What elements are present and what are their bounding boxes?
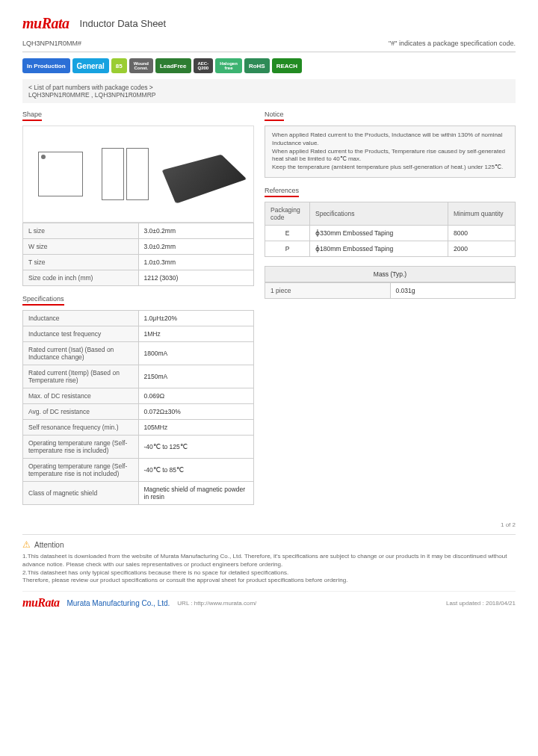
badge-row: In Production General 85 Wound Const. Le… (22, 58, 516, 73)
refs-pane: References Packaging code Specifications… (265, 187, 516, 257)
table-row: 1 piece 0.031g (265, 282, 516, 298)
mass-title: Mass (Typ.) (265, 266, 516, 282)
table-header-row: Packaging code Specifications Minimum qu… (265, 202, 516, 225)
page-number: 1 of 2 (22, 521, 516, 528)
table-row: Size code in inch (mm)1212 (3030) (23, 270, 254, 286)
company-url: URL : http://www.murata.com/ (177, 600, 256, 607)
badge-leadfree: LeadFree (155, 58, 191, 73)
specs-pane: Specifications Inductance1.0μH±20% Induc… (22, 295, 254, 505)
table-row: Rated current (Isat) (Based on Inductanc… (23, 342, 254, 365)
mass-pane: Mass (Typ.) 1 piece 0.031g (265, 266, 516, 299)
badge-rohs: RoHS (244, 58, 270, 73)
specs-table: Inductance1.0μH±20% Inductance test freq… (22, 310, 254, 505)
badge-general: General (72, 58, 109, 73)
part-list-box: < List of part numbers with package code… (22, 79, 516, 103)
shape-diagram (22, 126, 254, 223)
badge-production: In Production (22, 58, 70, 73)
table-row: W size3.0±0.2mm (23, 239, 254, 255)
package-note: "#" indicates a package specification co… (389, 40, 516, 47)
attention-body: 1.This datasheet is downloaded from the … (22, 553, 516, 585)
section-title-notice: Notice (265, 111, 284, 121)
company-name: Murata Manufacturing Co., Ltd. (67, 599, 170, 607)
attention-title: Attention (34, 541, 64, 549)
part-row: LQH3NPN1R0MM# "#" indicates a package sp… (22, 40, 516, 47)
notice-line: Keep the temperature (ambient temperatur… (272, 164, 508, 172)
attention-head: ⚠ Attention (22, 539, 516, 550)
table-row: P ϕ180mm Embossed Taping 2000 (265, 241, 516, 256)
badge-temp85: 85 (111, 58, 127, 73)
part-list-body: LQH3NPN1R0MMRE , LQH3NPN1R0MMRP (28, 91, 510, 99)
refs-table: Packaging code Specifications Minimum qu… (265, 202, 516, 257)
section-title-refs: References (265, 187, 299, 197)
attention-line: Therefore, please review our product spe… (22, 577, 516, 585)
attention-line: 1.This datasheet is downloaded from the … (22, 553, 516, 569)
logo: muRata (22, 15, 69, 32)
badge-reach: REACH (272, 58, 302, 73)
badge-aecq200: AEC- Q200 (194, 58, 214, 73)
notice-pane: Notice When applied Rated current to the… (265, 111, 516, 178)
footer-divider (22, 534, 516, 535)
footer-logo: muRata (22, 596, 59, 610)
warning-icon: ⚠ (22, 539, 31, 550)
top-diagram (38, 152, 83, 196)
table-row: Inductance test frequency1MHz (23, 326, 254, 342)
table-row: Max. of DC resistance0.069Ω (23, 388, 254, 404)
part-list-head: < List of part numbers with package code… (28, 84, 510, 91)
table-row: Inductance1.0μH±20% (23, 311, 254, 326)
bottom-diagram (102, 148, 149, 200)
mass-table: 1 piece 0.031g (265, 282, 516, 299)
doc-title: Inductor Data Sheet (80, 18, 167, 29)
badge-wound: Wound Const. (129, 58, 153, 73)
table-row: T size1.0±0.3mm (23, 255, 254, 270)
notice-line: When applied Rated current to the Produc… (272, 131, 508, 148)
shape-pane: Shape L size3.0±0.2mm W size3.0±0.2mm T … (22, 111, 254, 286)
table-row: Rated current (Itemp) (Based on Temperat… (23, 365, 254, 388)
footer-bar: muRata Murata Manufacturing Co., Ltd. UR… (22, 591, 516, 610)
table-row: Operating temperature range (Self-temper… (23, 459, 254, 482)
section-title-specs: Specifications (22, 295, 64, 306)
iso-render (161, 154, 247, 203)
table-row: Class of magnetic shieldMagnetic shield … (23, 482, 254, 505)
table-row: Self resonance frequency (min.)105MHz (23, 420, 254, 436)
notice-box: When applied Rated current to the Produc… (265, 126, 516, 178)
table-row: Avg. of DC resistance0.072Ω±30% (23, 404, 254, 420)
table-row: L size3.0±0.2mm (23, 223, 254, 239)
table-row: Operating temperature range (Self-temper… (23, 436, 254, 459)
attention-line: 2.This datasheet has only typical specif… (22, 569, 516, 577)
notice-line: When applied Rated current to the Produc… (272, 148, 508, 164)
dimensions-table: L size3.0±0.2mm W size3.0±0.2mm T size1.… (22, 223, 254, 286)
badge-halogen: Halogen free (215, 58, 242, 73)
last-updated: Last updated : 2018/04/21 (446, 600, 516, 607)
part-number: LQH3NPN1R0MM# (22, 40, 81, 47)
table-row: E ϕ330mm Embossed Taping 8000 (265, 225, 516, 241)
section-title-shape: Shape (22, 111, 42, 121)
header: muRata Inductor Data Sheet (22, 15, 516, 32)
divider (22, 52, 516, 52)
